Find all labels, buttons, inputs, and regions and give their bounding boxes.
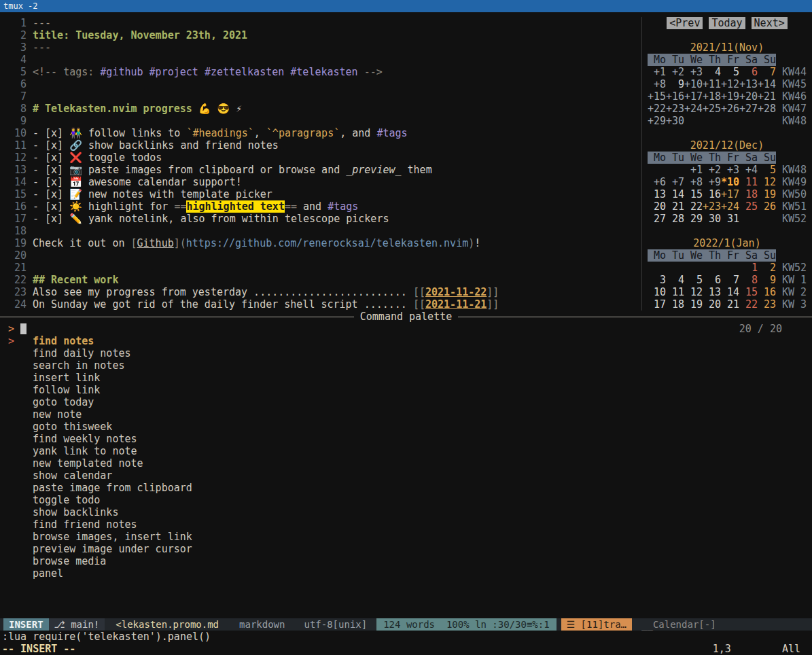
calendar-day[interactable]: +22 [648, 103, 666, 115]
calendar-day[interactable]: +3 [684, 66, 703, 78]
palette-item[interactable]: goto today [0, 396, 812, 408]
editor-line[interactable]: 23Also see my progress from yesterday ..… [2, 286, 641, 298]
calendar-day[interactable]: +21 [758, 90, 776, 103]
calendar-day[interactable]: +9 [703, 176, 721, 188]
calendar-day[interactable]: +28 [758, 103, 776, 115]
calendar-day[interactable]: 26 [758, 200, 776, 213]
calendar-day[interactable]: 4 [666, 274, 684, 286]
calendar-day[interactable]: +27 [739, 103, 758, 115]
calendar-day[interactable]: 2 [758, 262, 776, 274]
editor-line[interactable]: 4 [2, 54, 641, 66]
calendar-day[interactable]: +16 [666, 90, 684, 103]
calendar-day[interactable]: +1 [684, 164, 703, 176]
calendar-day[interactable]: 11 [666, 286, 684, 298]
calendar-day[interactable]: +23 [703, 200, 721, 213]
calendar-day[interactable]: 18 [739, 188, 758, 200]
calendar-day[interactable]: +17 [721, 188, 739, 200]
calendar-day[interactable]: +30 [666, 115, 684, 127]
calendar-day[interactable]: +26 [721, 103, 739, 115]
calendar-day[interactable]: 10 [648, 286, 666, 298]
calendar-day[interactable]: 22 [684, 200, 703, 213]
palette-item[interactable]: new templated note [0, 457, 812, 470]
calendar-day[interactable]: 9 [666, 78, 684, 90]
calendar-day[interactable]: 27 [648, 213, 666, 225]
calendar-day[interactable]: +1 [648, 66, 666, 78]
palette-item[interactable]: browse images, insert link [0, 531, 812, 543]
palette-item[interactable]: insert link [0, 372, 812, 384]
calendar-day[interactable]: 25 [739, 200, 758, 213]
palette-item[interactable]: paste image from clipboard [0, 482, 812, 494]
editor-line[interactable]: 18 [2, 225, 641, 237]
calendar-day[interactable]: 22 [739, 298, 758, 311]
calendar-day[interactable]: +19 [721, 90, 739, 103]
palette-item[interactable]: show calendar [0, 470, 812, 482]
calendar-day[interactable]: 6 [703, 274, 721, 286]
calendar-day[interactable]: 1 [739, 262, 758, 274]
palette-item[interactable]: panel [0, 567, 812, 580]
calendar-day[interactable]: 7 [721, 274, 739, 286]
editor-line[interactable]: 20 [2, 249, 641, 262]
calendar-day[interactable]: 15 [684, 188, 703, 200]
editor-line[interactable]: 5<!-- tags: #github #project #zettelkast… [2, 66, 641, 78]
editor-line[interactable]: 13- [x] 📷 paste images from clipboard or… [2, 164, 641, 176]
calendar-day[interactable]: 28 [666, 213, 684, 225]
calendar-day[interactable]: +2 [666, 66, 684, 78]
calendar-next-button[interactable]: Next> [752, 17, 788, 29]
calendar-day[interactable]: 20 [703, 298, 721, 311]
calendar-day[interactable]: +25 [703, 103, 721, 115]
calendar-day[interactable]: 4 [703, 66, 721, 78]
calendar-day[interactable]: 31 [721, 213, 739, 225]
calendar-day[interactable]: +7 [666, 176, 684, 188]
editor-line[interactable]: 3--- [2, 41, 641, 54]
calendar-day[interactable]: +24 [721, 200, 739, 213]
editor-line[interactable]: 2title: Tuesday, November 23th, 2021 [2, 29, 641, 41]
palette-item[interactable]: find friend notes [0, 518, 812, 531]
calendar-day[interactable]: +3 [721, 164, 739, 176]
editor-line[interactable]: 22## Recent work [2, 274, 641, 286]
palette-item[interactable]: goto thisweek [0, 421, 812, 433]
editor-line[interactable]: 11- [x] 🔗 show backlinks and friend note… [2, 139, 641, 152]
palette-item[interactable]: find weekly notes [0, 433, 812, 445]
calendar-day[interactable]: 13 [703, 286, 721, 298]
calendar-day[interactable]: 5 [721, 66, 739, 78]
calendar-day[interactable]: +4 [739, 164, 758, 176]
palette-item[interactable]: >find notes [0, 335, 812, 347]
calendar-day[interactable]: +8 [648, 78, 666, 90]
calendar-day[interactable]: +15 [648, 90, 666, 103]
calendar-day[interactable]: 15 [739, 286, 758, 298]
calendar-day[interactable]: +20 [739, 90, 758, 103]
calendar-day[interactable]: 17 [648, 298, 666, 311]
calendar-day[interactable]: +12 [721, 78, 739, 90]
calendar-day[interactable]: 29 [684, 213, 703, 225]
calendar-day[interactable]: 23 [758, 298, 776, 311]
editor-line[interactable]: 16- [x] ☀️ highlight for ==highlighted t… [2, 200, 641, 213]
calendar-day[interactable]: +10 [684, 78, 703, 90]
command-line[interactable]: :lua require('telekasten').panel() [0, 631, 812, 643]
calendar-day[interactable]: 16 [758, 286, 776, 298]
calendar-day[interactable]: 18 [666, 298, 684, 311]
calendar-day[interactable]: +24 [684, 103, 703, 115]
palette-item[interactable]: toggle todo [0, 494, 812, 506]
editor-line[interactable]: 12- [x] ❌ toggle todos [2, 152, 641, 164]
calendar-day[interactable]: 13 [648, 188, 666, 200]
palette-prompt[interactable]: > 20 / 20 [0, 323, 812, 335]
calendar-day[interactable]: 14 [721, 286, 739, 298]
palette-item[interactable]: browse media [0, 555, 812, 567]
palette-item[interactable]: yank link to note [0, 445, 812, 457]
palette-item[interactable]: follow link [0, 384, 812, 396]
editor-line[interactable]: 24On Sunday we got rid of the daily find… [2, 298, 641, 311]
calendar-day[interactable]: +14 [758, 78, 776, 90]
palette-item[interactable]: show backlinks [0, 506, 812, 518]
calendar-day[interactable]: +17 [684, 90, 703, 103]
calendar-today-button[interactable]: Today [709, 17, 745, 29]
palette-item[interactable]: find daily notes [0, 347, 812, 359]
calendar-day[interactable]: +11 [703, 78, 721, 90]
editor-line[interactable]: 19Check it out on [Github](https://githu… [2, 237, 641, 249]
calendar-day[interactable]: 9 [758, 274, 776, 286]
calendar-day[interactable]: 11 [739, 176, 758, 188]
editor-line[interactable]: 9 [2, 115, 641, 127]
calendar-day[interactable]: +6 [648, 176, 666, 188]
calendar-day[interactable]: 20 [648, 200, 666, 213]
calendar-day[interactable]: 8 [739, 274, 758, 286]
calendar-day[interactable]: 21 [666, 200, 684, 213]
